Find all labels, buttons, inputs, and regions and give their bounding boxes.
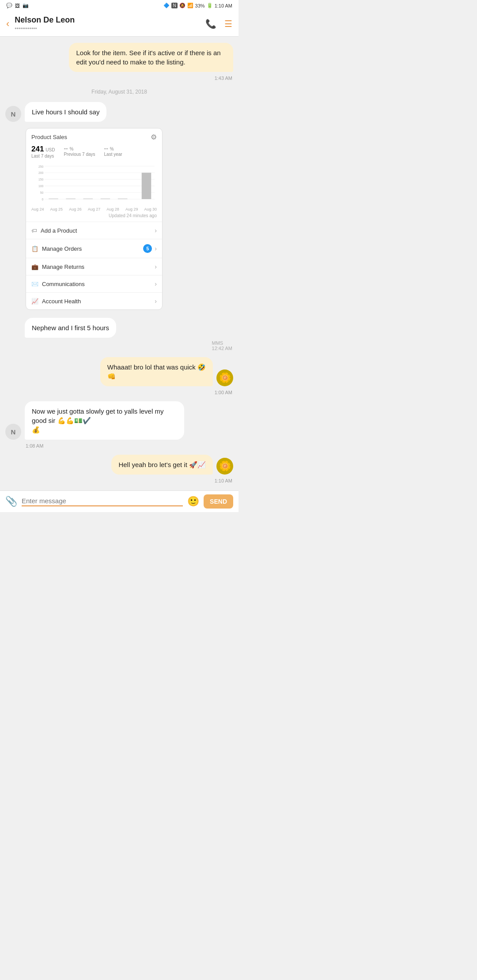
signal-bars: 📶 xyxy=(187,3,193,8)
card-stats: 241 USD Last 7 days -- % Previous 7 days… xyxy=(26,144,162,162)
stat-value: 241 USD xyxy=(31,145,55,154)
message-icon: 💬 xyxy=(6,3,12,8)
orders-badge: 5 xyxy=(143,244,152,253)
card-updated: Updated 24 minutes ago xyxy=(26,212,162,222)
mms-time-row: MMS12:42 AM xyxy=(0,340,238,354)
status-left-icons: 💬 🖼 📷 xyxy=(6,3,29,8)
menu-manage-returns[interactable]: 💼 Manage Returns › xyxy=(26,258,162,275)
chart-label-aug24: Aug 24 xyxy=(31,207,44,211)
chevron-right-icon-3: › xyxy=(155,263,157,270)
bluetooth-icon: 🔷 xyxy=(163,3,170,8)
contact-phone: •••••••••••• xyxy=(15,26,205,32)
card-title: Product Sales xyxy=(31,134,67,140)
chat-header: ‹ Nelson De Leon •••••••••••• 📞 ☰ xyxy=(0,11,238,37)
manage-returns-label: Manage Returns xyxy=(42,264,84,270)
bubble-received-text: Live hours I should say xyxy=(25,102,106,122)
back-button[interactable]: ‹ xyxy=(6,18,9,30)
whaaat-bubble: Whaaat! bro lol that was quick 🤣👊 xyxy=(100,357,213,386)
svg-text:100: 100 xyxy=(38,185,43,188)
sales-chart: 250 200 150 100 50 0 xyxy=(26,162,162,206)
chart-label-aug25: Aug 25 xyxy=(50,207,63,211)
menu-icon[interactable]: ☰ xyxy=(224,19,232,29)
chevron-right-icon-5: › xyxy=(155,298,157,305)
svg-rect-14 xyxy=(83,199,93,199)
add-product-label: Add a Product xyxy=(41,227,77,234)
svg-rect-15 xyxy=(101,199,110,199)
chat-area: Look for the item. See if it's active or… xyxy=(0,37,238,490)
chart-label-aug27: Aug 27 xyxy=(88,207,101,211)
communications-icon: ✉️ xyxy=(31,281,38,287)
status-bar: 💬 🖼 📷 🔷 N 🔕 📶 33% 🔋 1:10 AM xyxy=(0,0,238,11)
stat-prev-7: -- % Previous 7 days xyxy=(64,145,95,158)
stat-label-1: Last 7 days xyxy=(31,154,55,158)
svg-text:150: 150 xyxy=(38,178,43,181)
received-mms-row: Nephew and I first 5 hours xyxy=(0,314,238,339)
send-button[interactable]: SEND xyxy=(204,494,233,509)
stat-main: 241 USD Last 7 days xyxy=(31,145,55,158)
nfc-icon: N xyxy=(171,3,177,8)
bubble-sent-text: Look for the item. See if it's active or… xyxy=(69,43,233,72)
card-header: Product Sales ⚙ xyxy=(26,128,162,144)
call-icon[interactable]: 📞 xyxy=(205,19,216,29)
contact-info: Nelson De Leon •••••••••••• xyxy=(15,15,205,32)
svg-rect-13 xyxy=(66,199,76,199)
battery-icon: 🔋 xyxy=(207,3,213,8)
mms-label: MMS12:42 AM xyxy=(212,340,232,351)
camera-icon: 📷 xyxy=(23,3,29,8)
svg-text:250: 250 xyxy=(38,165,43,168)
status-right-info: 🔷 N 🔕 📶 33% 🔋 1:10 AM xyxy=(163,3,232,8)
stat-label-2: Previous 7 days xyxy=(64,152,95,157)
hell-yeah-bubble: Hell yeah bro let's get it 🚀📈 xyxy=(111,455,213,475)
chart-label-aug30: Aug 30 xyxy=(144,207,157,211)
image-icon: 🖼 xyxy=(15,3,20,8)
stat-last-year: -- % Last year xyxy=(104,145,122,158)
svg-text:50: 50 xyxy=(40,191,44,195)
sent-whaaat-row: Whaaat! bro lol that was quick 🤣👊 🌼 xyxy=(0,355,238,388)
chevron-right-icon-2: › xyxy=(155,245,157,252)
svg-rect-16 xyxy=(118,199,128,199)
time-display: 1:10 AM xyxy=(215,3,232,8)
chart-label-aug29: Aug 29 xyxy=(125,207,138,211)
chart-svg: 250 200 150 100 50 0 xyxy=(31,164,157,206)
sent-time-hell-yeah: 1:10 AM xyxy=(0,478,238,486)
received-time-now: 1:08 AM xyxy=(0,443,238,451)
received-now-row: N Now we just gotta slowly get to yalls … xyxy=(0,400,238,441)
sent-time-1: 1:43 AM xyxy=(0,75,238,83)
account-health-label: Account Health xyxy=(42,298,81,305)
chart-bar-aug30 xyxy=(142,173,151,199)
message-input[interactable] xyxy=(22,497,183,506)
date-divider: Friday, August 31, 2018 xyxy=(0,85,238,98)
menu-account-health[interactable]: 📈 Account Health › xyxy=(26,292,162,309)
my-avatar-2: 🌼 xyxy=(216,458,233,475)
sent-message-1: Look for the item. See if it's active or… xyxy=(0,41,238,74)
manage-orders-label: Manage Orders xyxy=(42,245,82,252)
header-action-icons: 📞 ☰ xyxy=(205,19,232,29)
sent-time-whaaat: 1:00 AM xyxy=(0,390,238,398)
menu-communications[interactable]: ✉️ Communications › xyxy=(26,275,162,292)
manage-returns-icon: 💼 xyxy=(31,264,38,270)
avatar-n-3: N xyxy=(5,424,21,440)
menu-add-product[interactable]: 🏷 Add a Product › xyxy=(26,222,162,239)
chevron-right-icon-4: › xyxy=(155,280,157,287)
attach-icon[interactable]: 📎 xyxy=(5,496,17,507)
menu-manage-orders[interactable]: 📋 Manage Orders 5 › xyxy=(26,239,162,258)
emoji-icon[interactable]: 🙂 xyxy=(187,496,199,507)
chevron-right-icon: › xyxy=(155,227,157,234)
chart-label-aug28: Aug 28 xyxy=(106,207,119,211)
chart-label-aug26: Aug 26 xyxy=(69,207,82,211)
battery-level: 33% xyxy=(195,3,205,8)
svg-rect-12 xyxy=(49,199,58,199)
product-sales-card: Product Sales ⚙ 241 USD Last 7 days -- %… xyxy=(26,128,163,310)
gear-icon[interactable]: ⚙ xyxy=(151,133,157,141)
communications-label: Communications xyxy=(42,281,85,287)
stat-label-3: Last year xyxy=(104,152,122,157)
sent-hell-yeah-row: Hell yeah bro let's get it 🚀📈 🌼 xyxy=(0,453,238,476)
manage-orders-icon: 📋 xyxy=(31,245,38,252)
contact-name: Nelson De Leon xyxy=(15,15,205,25)
svg-text:200: 200 xyxy=(38,171,43,175)
my-avatar-1: 🌼 xyxy=(216,369,233,386)
nephew-bubble: Nephew and I first 5 hours xyxy=(25,318,116,338)
account-health-icon: 📈 xyxy=(31,298,38,305)
add-product-icon: 🏷 xyxy=(31,227,37,234)
mute-icon: 🔕 xyxy=(179,3,186,8)
